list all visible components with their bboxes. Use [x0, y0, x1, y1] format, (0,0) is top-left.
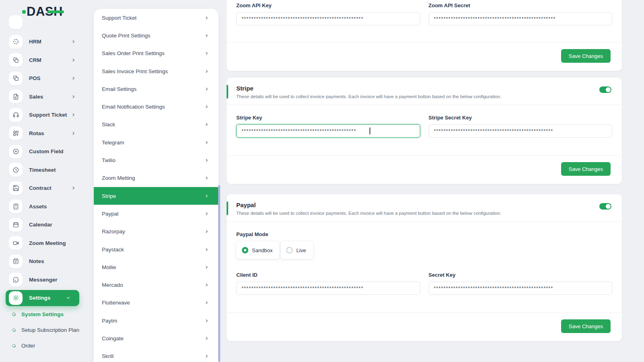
- settings-menu-item-label: Mercado: [102, 282, 123, 288]
- settings-menu-item-paypal[interactable]: Paypal: [94, 205, 219, 222]
- chevron-right-icon: [204, 122, 209, 127]
- crosshair-icon: [12, 38, 19, 45]
- settings-menu-item-support-ticket[interactable]: Support Ticket: [94, 9, 219, 27]
- settings-menu-item-label: Telegram: [102, 140, 124, 146]
- secret-key-input[interactable]: [429, 282, 613, 295]
- sidebar-item-label: CRM: [29, 57, 41, 63]
- settings-menu-item-razorpay[interactable]: Razorpay: [94, 223, 219, 241]
- zoom-api-key-label: Zoom API Key: [236, 2, 420, 8]
- settings-menu-item-slack[interactable]: Slack: [94, 116, 219, 134]
- settings-menu-item-label: Sales Order Print Settings: [102, 50, 165, 56]
- main-content: Zoom API Key Zoom API Secret Save Change…: [227, 0, 622, 341]
- settings-menu-item-paytm[interactable]: Paytm: [94, 312, 219, 329]
- sidebar-item-sales[interactable]: Sales: [0, 88, 85, 106]
- settings-menu-item-sales-invoice-print-settings[interactable]: Sales Invoice Print Settings: [94, 62, 219, 80]
- sidebar-item-label: Contract: [29, 185, 52, 191]
- sidebar-item-pos[interactable]: POS: [0, 69, 85, 88]
- settings-menu-item-flutterwave[interactable]: Flutterwave: [94, 294, 219, 312]
- chevron-right-icon: [204, 69, 209, 74]
- sidebar-subitem-label: System Settings: [21, 311, 64, 317]
- stripe-key-input[interactable]: [236, 124, 420, 138]
- video-icon: [12, 240, 19, 247]
- plus-circle-icon: [12, 148, 19, 155]
- settings-menu-item-twilio[interactable]: Twilio: [94, 151, 219, 169]
- sidebar-subitem-system-settings[interactable]: System Settings: [0, 306, 85, 322]
- stripe-secret-key-input[interactable]: [429, 124, 613, 138]
- settings-menu-item-telegram[interactable]: Telegram: [94, 134, 219, 151]
- sidebar-nav: HRM CRM POS Sales Su: [0, 33, 85, 307]
- chevron-down-icon: [66, 296, 70, 300]
- sidebar-item-notes[interactable]: Notes: [0, 252, 85, 271]
- settings-menu-item-zoom-metting[interactable]: Zoom Metting: [94, 169, 219, 187]
- settings-menu-item-stripe[interactable]: Stripe: [94, 187, 219, 205]
- copy-icon: [12, 75, 19, 82]
- settings-menu-item-label: Paystack: [102, 247, 124, 253]
- circle-icon: [11, 327, 17, 333]
- settings-menu-item-skrill[interactable]: Skrill: [94, 348, 219, 362]
- settings-menu-item-label: Zoom Metting: [102, 175, 135, 181]
- paypal-enabled-toggle[interactable]: [599, 203, 611, 210]
- sidebar-item-label: Custom Field: [29, 148, 64, 154]
- settings-menu-panel: Support Ticket Quote Print Settings Sale…: [94, 9, 219, 362]
- save-changes-button[interactable]: Save Changes: [561, 162, 611, 176]
- settings-menu-item-label: Quote Print Settings: [102, 33, 151, 39]
- sidebar-item-label: HRM: [29, 39, 41, 45]
- settings-menu-item-label: Sales Invoice Print Settings: [102, 68, 168, 74]
- chevron-right-icon: [204, 319, 209, 323]
- settings-menu-item-sales-order-print-settings[interactable]: Sales Order Print Settings: [94, 45, 219, 62]
- sidebar-item-hrm[interactable]: HRM: [0, 33, 85, 51]
- radio-unselected-icon: [286, 247, 293, 253]
- sidebar-item-label: Settings: [29, 295, 50, 301]
- save-changes-button[interactable]: Save Changes: [561, 49, 611, 63]
- chevron-right-icon: [204, 354, 209, 358]
- sidebar-item-support-ticket[interactable]: Support Ticket: [0, 106, 85, 124]
- zoom-api-key-input[interactable]: [236, 12, 420, 25]
- sidebar-item-timesheet[interactable]: Timesheet: [0, 161, 85, 179]
- client-id-label: Client ID: [236, 272, 420, 278]
- sidebar-subitem-order[interactable]: Order: [0, 338, 85, 354]
- save-changes-button[interactable]: Save Changes: [561, 319, 611, 333]
- settings-menu-item-email-settings[interactable]: Email Settings: [94, 80, 219, 98]
- chevron-right-icon: [71, 39, 76, 44]
- cutoff-sidebar-icon: [9, 15, 23, 29]
- headphones-icon: [12, 111, 19, 118]
- stripe-enabled-toggle[interactable]: [599, 86, 611, 93]
- settings-menu-item-email-notification-settings[interactable]: Email Notification Settings: [94, 98, 219, 115]
- client-id-input[interactable]: [236, 282, 420, 295]
- sidebar-item-label: Notes: [29, 258, 44, 264]
- secret-key-label: Secret Key: [429, 272, 613, 278]
- sidebar-item-settings[interactable]: Settings: [6, 290, 79, 306]
- sidebar-item-calendar[interactable]: Calendar: [0, 216, 85, 234]
- settings-menu-item-mercado[interactable]: Mercado: [94, 276, 219, 294]
- settings-menu-item-mollie[interactable]: Mollie: [94, 258, 219, 276]
- sidebar-item-rotas[interactable]: Rotas: [0, 124, 85, 143]
- sidebar-item-custom-field[interactable]: Custom Field: [0, 142, 85, 161]
- app-logo[interactable]: DASH: [22, 3, 63, 20]
- settings-menu-item-quote-print-settings[interactable]: Quote Print Settings: [94, 27, 219, 44]
- sidebar-item-label: Zoom Meeting: [29, 240, 66, 246]
- chevron-right-icon: [204, 33, 209, 38]
- sidebar-item-crm[interactable]: CRM: [0, 51, 85, 70]
- mode-option-sandbox[interactable]: Sandbox: [236, 241, 280, 259]
- scrollbar-thumb[interactable]: [218, 185, 220, 362]
- settings-menu-item-paystack[interactable]: Paystack: [94, 241, 219, 258]
- sidebar-item-zoom-meeting[interactable]: Zoom Meeting: [0, 234, 85, 253]
- chevron-right-icon: [204, 229, 209, 234]
- paypal-card-description: These details will be used to collect in…: [236, 211, 612, 216]
- chevron-right-icon: [71, 95, 76, 99]
- paypal-mode-options: Sandbox Live: [236, 241, 612, 259]
- accent-bar: [227, 202, 228, 215]
- stripe-secret-key-label: Stripe Secret Key: [429, 115, 613, 121]
- zoom-api-secret-label: Zoom API Secret: [429, 2, 613, 8]
- settings-menu-item-coingate[interactable]: Coingate: [94, 329, 219, 347]
- gear-icon: [12, 294, 19, 301]
- sidebar-item-contract[interactable]: Contract: [0, 179, 85, 197]
- sidebar: DASH HRM CRM POS S: [0, 0, 85, 362]
- sidebar-item-messenger[interactable]: Messenger: [0, 271, 85, 289]
- sidebar-subitem-label: Order: [21, 343, 35, 349]
- file-icon: [12, 93, 19, 100]
- zoom-api-secret-input[interactable]: [429, 12, 613, 25]
- sidebar-item-assets[interactable]: Assets: [0, 197, 85, 216]
- sidebar-subitem-setup-subscription-plan[interactable]: Setup Subscription Plan: [0, 322, 85, 338]
- mode-option-live[interactable]: Live: [281, 241, 313, 259]
